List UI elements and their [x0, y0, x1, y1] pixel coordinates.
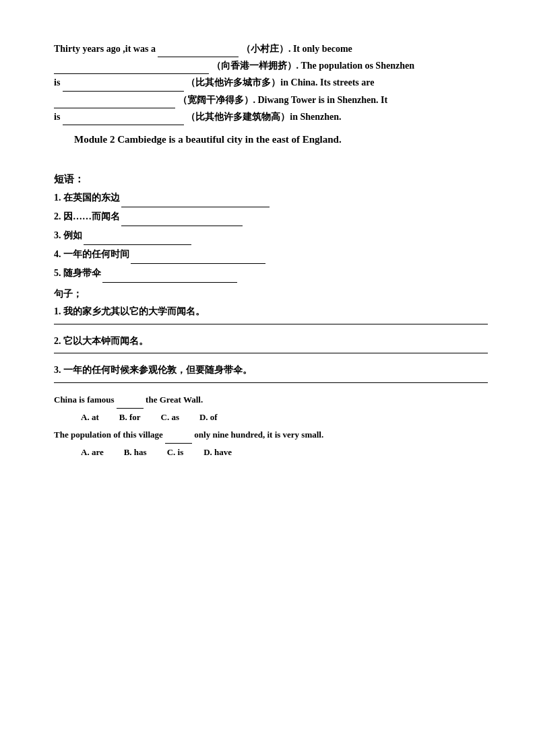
blank-5[interactable] — [63, 114, 184, 125]
phrases-section-title: 短语： — [54, 173, 488, 186]
mcq-q2-option-d[interactable]: D. have — [203, 444, 232, 461]
p1-text2: （小村庄）. It only become — [241, 44, 352, 54]
p1-text10: （比其他许多建筑物高）in Shenzhen. — [186, 112, 341, 122]
blank-4[interactable] — [54, 98, 175, 108]
mcq-q2-text: The population of this village only nine… — [54, 426, 488, 444]
mcq-q2-options: A. are B. has C. is D. have — [54, 444, 488, 461]
mcq-q2-option-b[interactable]: B. has — [124, 444, 147, 461]
phrase-num-1: 1. 在英国的东边 — [54, 188, 120, 207]
mcq-q2-option-a[interactable]: A. are — [81, 444, 104, 461]
phrase-item-4: 4. 一年的任何时间 — [54, 245, 488, 264]
sentence-1: 1. 我的家乡尤其以它的大学而闻名。 — [54, 303, 488, 321]
phrase-num-3: 3. 例如 — [54, 226, 82, 245]
phrase-item-1: 1. 在英国的东边 — [54, 188, 488, 207]
phrase-answer-2[interactable] — [121, 214, 243, 226]
phrase-answer-1[interactable] — [121, 195, 270, 207]
mcq-q2-blank[interactable] — [165, 433, 192, 444]
p1-text9: is — [54, 112, 60, 122]
blank-3[interactable] — [63, 81, 184, 92]
phrase-num-2: 2. 因……而闻名 — [54, 207, 120, 226]
phrase-item-2: 2. 因……而闻名 — [54, 207, 488, 226]
p1-text1: Thirty years ago ,it was a — [54, 44, 156, 54]
mcq-q1-option-d[interactable]: D. of — [199, 409, 218, 426]
page: Thirty years ago ,it was a （小村庄）. It onl… — [0, 0, 535, 756]
phrase-item-3: 3. 例如 — [54, 226, 488, 245]
mcq-q1-text: China is famous the Great Wall. — [54, 391, 488, 409]
p1-text5: is — [54, 77, 60, 88]
blank-1[interactable] — [158, 46, 239, 57]
blank-2[interactable] — [54, 63, 209, 74]
phrase-num-5: 5. 随身带伞 — [54, 264, 101, 283]
sentence-1-line[interactable] — [54, 324, 488, 324]
mcq-q2-option-c[interactable]: C. is — [167, 444, 184, 461]
mcq-q1-option-c[interactable]: C. as — [161, 409, 179, 426]
mcq-block: China is famous the Great Wall. A. at B.… — [54, 391, 488, 461]
mcq-q1-blank[interactable] — [117, 398, 144, 409]
spacer-1 — [54, 151, 488, 162]
sentence-2: 2. 它以大本钟而闻名。 — [54, 333, 488, 351]
paragraph-1: Thirty years ago ,it was a （小村庄）. It onl… — [54, 40, 488, 125]
sentence-3: 3. 一年的任何时候来参观伦敦，但要随身带伞。 — [54, 362, 488, 380]
mcq-q1-option-a[interactable]: A. at — [81, 409, 99, 426]
module-title: Module 2 Cambiedge is a beautiful city i… — [54, 131, 488, 149]
p1-text8: （宽阔干净得多）. Diwang Tower is in Shenzhen. I… — [178, 95, 388, 105]
mcq-q1-option-b[interactable]: B. for — [119, 409, 141, 426]
sentence-3-line[interactable] — [54, 382, 488, 383]
mcq-q1-options: A. at B. for C. as D. of — [54, 409, 488, 426]
phrase-item-5: 5. 随身带伞 — [54, 264, 488, 283]
phrase-num-4: 4. 一年的任何时间 — [54, 245, 129, 264]
sentences-section-title: 句子； — [54, 288, 488, 300]
phrase-answer-4[interactable] — [131, 252, 265, 264]
phrase-answer-3[interactable] — [84, 233, 191, 245]
p1-text6: （比其他许多城市多）in China. Its streets are — [186, 77, 374, 88]
phrase-answer-5[interactable] — [102, 271, 237, 283]
sentence-2-line[interactable] — [54, 353, 488, 353]
p1-text4: （向香港一样拥挤）. The population os Shenzhen — [212, 61, 414, 71]
